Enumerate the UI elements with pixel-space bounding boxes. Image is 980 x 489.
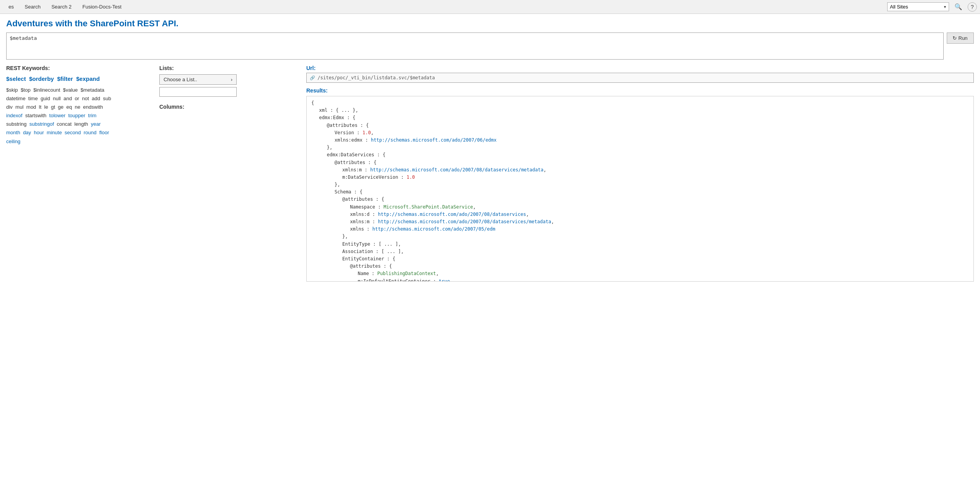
kw-div[interactable]: div xyxy=(6,104,13,110)
url-label: Url: xyxy=(306,65,974,71)
kw-null[interactable]: null xyxy=(53,96,61,101)
results-container[interactable]: { xml : { ... }, edmx:Edmx : { @attribut… xyxy=(306,96,974,282)
columns-title: Columns: xyxy=(159,104,294,110)
kw-orderby[interactable]: $orderby xyxy=(29,75,54,82)
nav-link-fusion[interactable]: Fusion-Docs-Test xyxy=(77,1,127,13)
kw-value[interactable]: $value xyxy=(63,87,78,93)
lists-title: Lists: xyxy=(159,65,294,71)
kw-round[interactable]: round xyxy=(84,130,96,135)
site-selector-wrapper: All Sites xyxy=(887,2,949,11)
keywords-secondary: $skip $top $inlinecount $value $metadata… xyxy=(6,86,147,146)
kw-add[interactable]: add xyxy=(92,96,100,101)
kw-eq[interactable]: eq xyxy=(66,104,72,110)
nav-links: es Search Search 2 Fusion-Docs-Test xyxy=(3,1,887,13)
lists-column: Lists: Choose a List.. › Columns: xyxy=(153,65,300,113)
choose-list-label: Choose a List.. xyxy=(164,77,197,82)
kw-sub[interactable]: sub xyxy=(103,96,111,101)
kw-endswith[interactable]: endswith xyxy=(83,104,103,110)
url-display: 🔗 /sites/poc/_vti_bin/listdata.svc/$meta… xyxy=(306,73,974,83)
keywords-column: REST Keywords: $select $orderby $filter … xyxy=(6,65,153,146)
kw-minute[interactable]: minute xyxy=(47,130,62,135)
keywords-primary: $select $orderby $filter $expand xyxy=(6,74,147,84)
kw-expand[interactable]: $expand xyxy=(76,75,100,82)
kw-trim[interactable]: trim xyxy=(88,113,97,118)
nav-help-button[interactable]: ? xyxy=(968,2,977,12)
query-area: $metadata ↻ Run xyxy=(6,32,974,60)
kw-ge[interactable]: ge xyxy=(58,104,63,110)
results-column: Url: 🔗 /sites/poc/_vti_bin/listdata.svc/… xyxy=(300,65,974,282)
kw-hour[interactable]: hour xyxy=(34,130,44,135)
kw-mod[interactable]: mod xyxy=(26,104,36,110)
url-icon: 🔗 xyxy=(310,75,315,80)
nav-search-button[interactable]: 🔍 xyxy=(951,2,965,12)
kw-inlinecount[interactable]: $inlinecount xyxy=(33,87,60,93)
kw-top[interactable]: $top xyxy=(21,87,31,93)
kw-lt[interactable]: lt xyxy=(39,104,42,110)
kw-filter[interactable]: $filter xyxy=(57,75,73,82)
kw-floor[interactable]: floor xyxy=(99,130,109,135)
kw-le[interactable]: le xyxy=(44,104,48,110)
kw-day[interactable]: day xyxy=(23,130,31,135)
nav-link-es[interactable]: es xyxy=(3,1,19,13)
kw-length[interactable]: length xyxy=(74,121,88,127)
kw-select[interactable]: $select xyxy=(6,75,26,82)
kw-time[interactable]: time xyxy=(28,96,38,101)
run-button[interactable]: ↻ Run xyxy=(947,32,974,44)
nav-link-search2[interactable]: Search 2 xyxy=(46,1,77,13)
main-layout: REST Keywords: $select $orderby $filter … xyxy=(6,65,974,282)
kw-mul[interactable]: mul xyxy=(15,104,24,110)
kw-month[interactable]: month xyxy=(6,130,20,135)
site-selector-dropdown[interactable]: All Sites xyxy=(887,2,949,11)
kw-or[interactable]: or xyxy=(75,96,79,101)
kw-indexof[interactable]: indexof xyxy=(6,113,22,118)
kw-gt[interactable]: gt xyxy=(51,104,55,110)
kw-ne[interactable]: ne xyxy=(75,104,80,110)
run-icon: ↻ xyxy=(953,35,957,41)
query-input[interactable]: $metadata xyxy=(6,32,944,60)
chevron-right-icon: › xyxy=(231,77,232,82)
results-label: Results: xyxy=(306,87,974,94)
site-selector-area: All Sites 🔍 ? xyxy=(887,2,977,12)
kw-and[interactable]: and xyxy=(63,96,72,101)
kw-startswith[interactable]: startswith xyxy=(25,113,46,118)
kw-skip[interactable]: $skip xyxy=(6,87,18,93)
run-label: Run xyxy=(958,35,968,41)
list-search-input[interactable] xyxy=(159,87,237,97)
keywords-title: REST Keywords: xyxy=(6,65,147,71)
kw-substringof[interactable]: substringof xyxy=(29,121,54,127)
kw-year[interactable]: year xyxy=(91,121,101,127)
kw-metadata[interactable]: $metadata xyxy=(80,87,104,93)
url-text: /sites/poc/_vti_bin/listdata.svc/$metada… xyxy=(318,75,435,80)
kw-guid[interactable]: guid xyxy=(41,96,50,101)
nav-link-search[interactable]: Search xyxy=(19,1,46,13)
kw-datetime[interactable]: datetime xyxy=(6,96,26,101)
kw-tolower[interactable]: tolower xyxy=(49,113,65,118)
page-wrapper: Adventures with the SharePoint REST API.… xyxy=(0,14,980,286)
page-title: Adventures with the SharePoint REST API. xyxy=(6,19,974,29)
kw-concat[interactable]: concat xyxy=(57,121,72,127)
kw-substring[interactable]: substring xyxy=(6,121,27,127)
kw-ceiling[interactable]: ceiling xyxy=(6,138,20,144)
choose-list-button[interactable]: Choose a List.. › xyxy=(159,74,237,85)
kw-not[interactable]: not xyxy=(82,96,89,101)
columns-section: Columns: xyxy=(159,104,294,110)
kw-toupper[interactable]: toupper xyxy=(68,113,85,118)
top-nav: es Search Search 2 Fusion-Docs-Test All … xyxy=(0,0,980,14)
kw-second[interactable]: second xyxy=(65,130,81,135)
